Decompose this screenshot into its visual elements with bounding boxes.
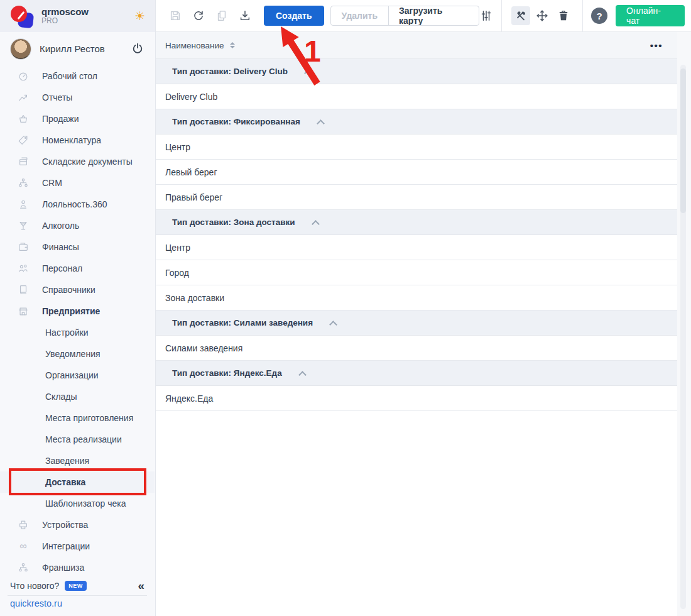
sidebar-item-label: Справочники: [42, 285, 95, 295]
column-header-name[interactable]: Наименование: [165, 41, 224, 50]
sidebar-item-label: Уведомления: [45, 349, 101, 359]
table-row[interactable]: Центр: [156, 135, 677, 160]
delivery-type-group-header[interactable]: Тип доставки: Delivery Club: [156, 59, 677, 84]
more-options-icon[interactable]: •••: [650, 40, 668, 51]
theme-brightness-icon[interactable]: ☀: [134, 9, 145, 23]
tools-icon[interactable]: [511, 6, 530, 25]
sort-icon[interactable]: [230, 42, 235, 48]
delivery-table: Наименование ••• Тип доставки: Delivery …: [156, 32, 677, 411]
reports-icon: [17, 92, 30, 103]
table-row[interactable]: Силами заведения: [156, 336, 677, 361]
integrations-icon: ∞: [17, 541, 30, 551]
download-icon[interactable]: [238, 9, 252, 23]
sidebar-item-loyalty360[interactable]: Лояльность.360: [0, 194, 155, 215]
sidebar-item-warehouse-docs[interactable]: Складские документы: [0, 151, 155, 172]
group-title: Тип доставки: Delivery Club: [172, 67, 288, 76]
scrollbar-gutter: [677, 32, 691, 616]
sidebar-item-label: Места реализации: [45, 434, 122, 444]
sidebar-item-staff[interactable]: Персонал: [0, 258, 155, 279]
table-row[interactable]: Правый берег: [156, 185, 677, 210]
chevron-up-icon[interactable]: [304, 69, 312, 77]
sidebar-item-receipt-templater[interactable]: Шаблонизатор чека: [0, 493, 155, 514]
chevron-up-icon[interactable]: [317, 119, 325, 128]
chevron-up-icon[interactable]: [312, 220, 320, 228]
sidebar-item-sales[interactable]: Продажи: [0, 108, 155, 129]
logout-power-icon[interactable]: [131, 42, 145, 56]
whats-new-label[interactable]: Что нового?: [10, 581, 59, 591]
sidebar-item-label: Интеграции: [42, 541, 90, 551]
sidebar-item-label: Отчеты: [42, 92, 72, 102]
sidebar-item-integrations[interactable]: ∞Интеграции: [0, 536, 155, 557]
delivery-type-group-header[interactable]: Тип доставки: Силами заведения: [156, 311, 677, 336]
sidebar-item-label: Лояльность.360: [42, 199, 107, 209]
chevron-up-icon[interactable]: [298, 371, 307, 379]
sidebar-item-nomenclature[interactable]: Номенклатура: [0, 129, 155, 151]
sidebar-item-reports[interactable]: Отчеты: [0, 87, 155, 108]
table-row[interactable]: Яндекс.Еда: [156, 386, 677, 411]
sidebar-item-organizations[interactable]: Организации: [0, 365, 155, 386]
delete-button[interactable]: Удалить: [331, 6, 389, 25]
move-icon[interactable]: [533, 6, 552, 25]
sidebar-item-label: Склады: [45, 392, 77, 402]
sidebar-item-dashboard[interactable]: Рабочий стол: [0, 65, 155, 87]
collapse-sidebar-icon[interactable]: «: [138, 579, 144, 593]
toolbar-file-icons: [156, 9, 252, 23]
sidebar-item-devices[interactable]: Устройства: [0, 514, 155, 536]
copy-icon[interactable]: [215, 9, 229, 23]
sidebar-item-cooking-places[interactable]: Места приготовления: [0, 407, 155, 429]
table-row[interactable]: Центр: [156, 235, 677, 260]
devices-icon: [17, 519, 30, 531]
sidebar-item-franchise[interactable]: Франшиза: [0, 557, 155, 578]
online-chat-button[interactable]: Онлайн-чат: [616, 5, 685, 26]
delivery-type-group-header[interactable]: Тип доставки: Яндекс.Еда: [156, 361, 677, 386]
sidebar-item-label: Организации: [45, 370, 99, 380]
sidebar: qrmoscow PRO ☀ Кирилл Рестов Рабочий сто…: [0, 0, 156, 616]
staff-icon: [17, 263, 30, 274]
sidebar-item-label: Алкоголь: [42, 221, 79, 231]
sidebar-item-settings[interactable]: Настройки: [0, 322, 155, 343]
directories-icon: [17, 284, 30, 295]
crm-icon: [17, 177, 30, 189]
secondary-button-group: Удалить Загрузить карту: [330, 6, 480, 26]
delivery-type-group-header[interactable]: Тип доставки: Фиксированная: [156, 109, 677, 135]
account-name: qrmoscow: [41, 6, 89, 17]
quickresto-site-link[interactable]: quickresto.ru: [10, 598, 62, 608]
table-row[interactable]: Зона доставки: [156, 285, 677, 311]
user-name: Кирилл Рестов: [40, 43, 105, 54]
sidebar-item-enterprise[interactable]: Предприятие: [0, 300, 155, 322]
save-icon[interactable]: [168, 9, 182, 23]
table-row[interactable]: Delivery Club: [156, 84, 677, 109]
warehouse-icon: [17, 156, 30, 167]
sidebar-item-label: Устройства: [42, 520, 88, 530]
table-row[interactable]: Город: [156, 260, 677, 285]
sidebar-item-venues[interactable]: Заведения: [0, 450, 155, 471]
trash-icon[interactable]: [554, 6, 573, 25]
delivery-type-group-header[interactable]: Тип доставки: Зона доставки: [156, 210, 677, 235]
table-row[interactable]: Левый берег: [156, 160, 677, 185]
sidebar-item-warehouses[interactable]: Склады: [0, 386, 155, 407]
table-header: Наименование •••: [156, 32, 677, 59]
sidebar-item-label: Места приготовления: [45, 413, 133, 423]
sidebar-item-notifications[interactable]: Уведомления: [0, 343, 155, 365]
sidebar-item-sale-places[interactable]: Места реализации: [0, 429, 155, 450]
toolbar-separator: [501, 0, 502, 31]
whats-new-row: Что нового? NEW «: [0, 577, 155, 595]
load-map-button[interactable]: Загрузить карту: [389, 6, 479, 25]
sidebar-item-delivery[interactable]: Доставка: [0, 471, 155, 493]
refresh-icon[interactable]: [192, 9, 205, 23]
sidebar-item-label: CRM: [42, 178, 62, 188]
help-icon[interactable]: ?: [591, 8, 607, 24]
create-button[interactable]: Создать: [264, 6, 324, 26]
enterprise-icon: [17, 305, 30, 317]
sidebar-item-alcohol[interactable]: Алкоголь: [0, 215, 155, 236]
scrollbar-thumb[interactable]: [680, 69, 686, 213]
group-title: Тип доставки: Зона доставки: [172, 217, 295, 227]
sidebar-item-directories[interactable]: Справочники: [0, 279, 155, 300]
account-plan-badge: PRO: [41, 17, 89, 26]
account-brand: qrmoscow PRO: [41, 6, 89, 26]
chevron-up-icon[interactable]: [329, 321, 337, 329]
sidebar-item-crm[interactable]: CRM: [0, 172, 155, 194]
group-title: Тип доставки: Фиксированная: [172, 117, 300, 126]
sidebar-item-finance[interactable]: Финансы: [0, 236, 155, 258]
filter-sliders-icon[interactable]: [479, 9, 493, 23]
